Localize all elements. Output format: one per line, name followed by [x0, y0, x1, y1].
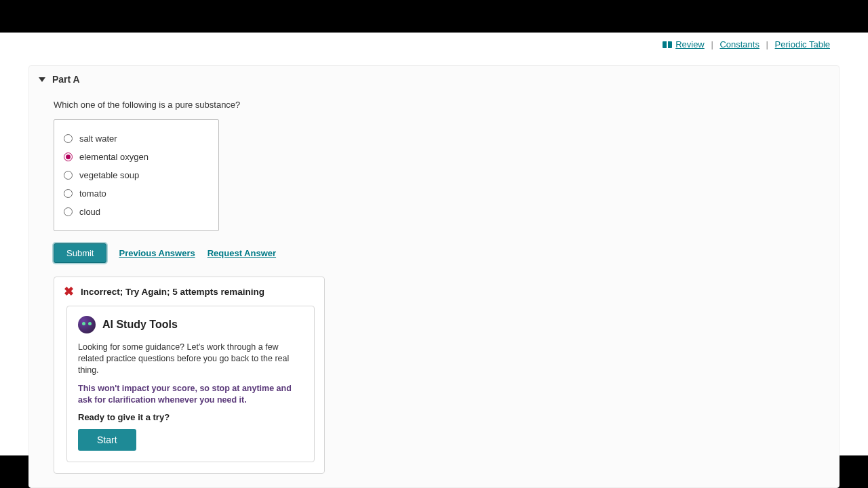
part-body: Which one of the following is a pure sub…	[29, 100, 839, 487]
radio-icon-selected	[64, 152, 73, 161]
part-header[interactable]: Part A	[29, 66, 839, 93]
ai-ready-text: Ready to give it a try?	[78, 412, 303, 422]
ai-title-row: AI Study Tools	[78, 316, 303, 333]
ai-body: Looking for some guidance? Let's work th…	[78, 342, 303, 451]
options-box: salt water elemental oxygen vegetable so…	[54, 119, 219, 231]
ai-title: AI Study Tools	[102, 319, 178, 331]
actions-row: Submit Previous Answers Request Answer	[54, 243, 814, 263]
caret-down-icon	[39, 77, 45, 82]
ai-guidance-text: Looking for some guidance? Let's work th…	[78, 342, 303, 376]
feedback-message: Incorrect; Try Again; 5 attempts remaini…	[81, 287, 264, 297]
radio-icon	[64, 207, 73, 216]
option-salt-water[interactable]: salt water	[64, 129, 209, 148]
part-title: Part A	[52, 74, 80, 85]
periodic-table-link[interactable]: Periodic Table	[775, 39, 830, 49]
viewport: Review | Constants | Periodic Table Part…	[0, 33, 868, 455]
radio-icon	[64, 171, 73, 180]
question-text: Which one of the following is a pure sub…	[54, 100, 814, 110]
option-vegetable-soup[interactable]: vegetable soup	[64, 166, 209, 184]
option-label: elemental oxygen	[79, 152, 149, 162]
radio-icon	[64, 189, 73, 198]
option-label: vegetable soup	[79, 170, 139, 180]
separator: |	[711, 39, 713, 49]
feedback-panel: ✖ Incorrect; Try Again; 5 attempts remai…	[54, 277, 325, 474]
feedback-header: ✖ Incorrect; Try Again; 5 attempts remai…	[64, 285, 315, 298]
ai-bot-icon	[78, 316, 96, 333]
constants-link[interactable]: Constants	[719, 39, 760, 49]
previous-answers-link[interactable]: Previous Answers	[119, 248, 195, 258]
separator: |	[766, 39, 768, 49]
start-button[interactable]: Start	[78, 429, 136, 451]
book-icon	[663, 41, 672, 48]
review-link[interactable]: Review	[675, 39, 705, 49]
option-elemental-oxygen[interactable]: elemental oxygen	[64, 148, 209, 166]
option-cloud[interactable]: cloud	[64, 203, 209, 221]
option-label: cloud	[79, 207, 100, 217]
submit-button[interactable]: Submit	[54, 243, 106, 263]
ai-study-tools-card: AI Study Tools Looking for some guidance…	[66, 306, 315, 462]
option-label: salt water	[79, 134, 117, 144]
radio-icon	[64, 134, 73, 143]
part-panel: Part A Which one of the following is a p…	[28, 65, 840, 488]
option-tomato[interactable]: tomato	[64, 184, 209, 203]
ai-note-text: This won't impact your score, so stop at…	[78, 383, 303, 406]
incorrect-x-icon: ✖	[64, 285, 74, 298]
option-label: tomato	[79, 188, 106, 199]
top-links: Review | Constants | Periodic Table	[663, 39, 831, 49]
request-answer-link[interactable]: Request Answer	[208, 248, 276, 258]
